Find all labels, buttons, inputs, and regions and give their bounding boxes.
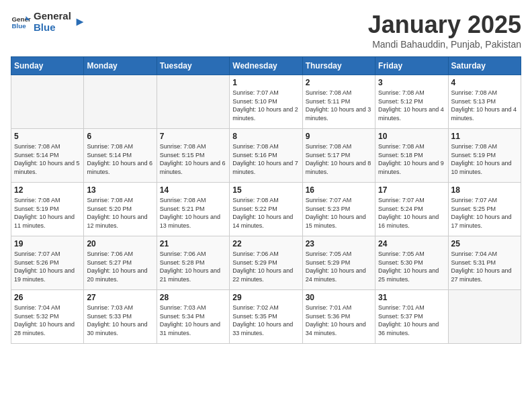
day-info: Sunrise: 7:08 AMSunset: 5:20 PMDaylight:…	[87, 196, 153, 230]
calendar-cell: 4Sunrise: 7:08 AMSunset: 5:13 PMDaylight…	[448, 75, 521, 129]
day-info: Sunrise: 7:02 AMSunset: 5:35 PMDaylight:…	[232, 304, 299, 337]
day-number: 9	[306, 132, 372, 141]
calendar-cell: 6Sunrise: 7:08 AMSunset: 5:14 PMDaylight…	[84, 129, 157, 183]
calendar-cell: 3Sunrise: 7:08 AMSunset: 5:12 PMDaylight…	[375, 75, 448, 129]
logo-text-blue: Blue	[34, 22, 71, 34]
calendar-cell: 12Sunrise: 7:08 AMSunset: 5:19 PMDayligh…	[11, 183, 84, 236]
calendar-cell: 2Sunrise: 7:08 AMSunset: 5:11 PMDaylight…	[302, 75, 375, 129]
month-title: January 2025	[368, 11, 521, 39]
logo-arrow-icon	[74, 16, 86, 28]
calendar-cell: 25Sunrise: 7:04 AMSunset: 5:31 PMDayligh…	[448, 236, 521, 290]
day-info: Sunrise: 7:03 AMSunset: 5:33 PMDaylight:…	[87, 304, 153, 337]
day-info: Sunrise: 7:08 AMSunset: 5:18 PMDaylight:…	[378, 142, 445, 176]
day-info: Sunrise: 7:08 AMSunset: 5:14 PMDaylight:…	[87, 142, 153, 176]
week-row-2: 5Sunrise: 7:08 AMSunset: 5:14 PMDaylight…	[11, 129, 521, 183]
calendar-cell: 18Sunrise: 7:07 AMSunset: 5:25 PMDayligh…	[448, 183, 521, 236]
day-number: 28	[160, 293, 226, 302]
weekday-header-wednesday: Wednesday	[230, 57, 302, 75]
weekday-header-sunday: Sunday	[11, 57, 84, 75]
day-number: 6	[87, 132, 153, 141]
subtitle: Mandi Bahauddin, Punjab, Pakistan	[368, 39, 521, 50]
day-number: 7	[160, 132, 226, 141]
calendar-cell: 7Sunrise: 7:08 AMSunset: 5:15 PMDaylight…	[157, 129, 229, 183]
day-info: Sunrise: 7:06 AMSunset: 5:28 PMDaylight:…	[160, 250, 226, 283]
day-info: Sunrise: 7:04 AMSunset: 5:32 PMDaylight:…	[14, 304, 81, 337]
day-number: 29	[232, 293, 299, 302]
calendar-cell: 15Sunrise: 7:08 AMSunset: 5:22 PMDayligh…	[230, 183, 302, 236]
calendar-cell: 1Sunrise: 7:07 AMSunset: 5:10 PMDaylight…	[230, 75, 302, 129]
calendar-cell: 16Sunrise: 7:07 AMSunset: 5:23 PMDayligh…	[302, 183, 375, 236]
svg-text:Blue: Blue	[12, 22, 27, 30]
day-info: Sunrise: 7:01 AMSunset: 5:37 PMDaylight:…	[378, 304, 445, 337]
calendar-cell: 17Sunrise: 7:07 AMSunset: 5:24 PMDayligh…	[375, 183, 448, 236]
day-number: 22	[232, 239, 299, 248]
calendar-cell: 27Sunrise: 7:03 AMSunset: 5:33 PMDayligh…	[84, 290, 157, 344]
header: General Blue General Blue January 2025 M…	[11, 11, 521, 50]
day-number: 4	[451, 78, 518, 87]
logo: General Blue General Blue	[11, 11, 86, 33]
day-number: 27	[87, 293, 153, 302]
weekday-header-friday: Friday	[375, 57, 448, 75]
week-row-4: 19Sunrise: 7:07 AMSunset: 5:26 PMDayligh…	[11, 236, 521, 290]
calendar-cell: 24Sunrise: 7:05 AMSunset: 5:30 PMDayligh…	[375, 236, 448, 290]
week-row-5: 26Sunrise: 7:04 AMSunset: 5:32 PMDayligh…	[11, 290, 521, 344]
day-info: Sunrise: 7:08 AMSunset: 5:13 PMDaylight:…	[451, 89, 518, 122]
day-number: 3	[378, 78, 445, 87]
day-info: Sunrise: 7:08 AMSunset: 5:19 PMDaylight:…	[14, 196, 81, 230]
calendar-table: SundayMondayTuesdayWednesdayThursdayFrid…	[11, 56, 521, 344]
calendar-cell: 31Sunrise: 7:01 AMSunset: 5:37 PMDayligh…	[375, 290, 448, 344]
day-number: 21	[160, 239, 226, 248]
day-info: Sunrise: 7:08 AMSunset: 5:11 PMDaylight:…	[306, 89, 372, 122]
day-info: Sunrise: 7:08 AMSunset: 5:19 PMDaylight:…	[451, 142, 518, 176]
weekday-header-thursday: Thursday	[302, 57, 375, 75]
calendar-cell: 30Sunrise: 7:01 AMSunset: 5:36 PMDayligh…	[302, 290, 375, 344]
day-number: 31	[378, 293, 445, 302]
week-row-1: 1Sunrise: 7:07 AMSunset: 5:10 PMDaylight…	[11, 75, 521, 129]
day-info: Sunrise: 7:08 AMSunset: 5:21 PMDaylight:…	[160, 196, 226, 230]
day-info: Sunrise: 7:08 AMSunset: 5:22 PMDaylight:…	[232, 196, 299, 230]
calendar-cell: 28Sunrise: 7:03 AMSunset: 5:34 PMDayligh…	[157, 290, 229, 344]
day-number: 1	[232, 78, 299, 87]
calendar-cell: 14Sunrise: 7:08 AMSunset: 5:21 PMDayligh…	[157, 183, 229, 236]
day-info: Sunrise: 7:07 AMSunset: 5:24 PMDaylight:…	[378, 196, 445, 230]
weekday-header-monday: Monday	[84, 57, 157, 75]
calendar-cell: 21Sunrise: 7:06 AMSunset: 5:28 PMDayligh…	[157, 236, 229, 290]
day-info: Sunrise: 7:04 AMSunset: 5:31 PMDaylight:…	[451, 250, 518, 283]
calendar-cell: 23Sunrise: 7:05 AMSunset: 5:29 PMDayligh…	[302, 236, 375, 290]
calendar-cell: 13Sunrise: 7:08 AMSunset: 5:20 PMDayligh…	[84, 183, 157, 236]
day-info: Sunrise: 7:05 AMSunset: 5:30 PMDaylight:…	[378, 250, 445, 283]
calendar-cell: 19Sunrise: 7:07 AMSunset: 5:26 PMDayligh…	[11, 236, 84, 290]
day-number: 30	[306, 293, 372, 302]
calendar-cell: 26Sunrise: 7:04 AMSunset: 5:32 PMDayligh…	[11, 290, 84, 344]
day-info: Sunrise: 7:08 AMSunset: 5:14 PMDaylight:…	[14, 142, 81, 176]
day-number: 25	[451, 239, 518, 248]
calendar-cell: 29Sunrise: 7:02 AMSunset: 5:35 PMDayligh…	[230, 290, 302, 344]
calendar-cell: 10Sunrise: 7:08 AMSunset: 5:18 PMDayligh…	[375, 129, 448, 183]
day-number: 8	[232, 132, 299, 141]
day-number: 10	[378, 132, 445, 141]
day-number: 5	[14, 132, 81, 141]
day-info: Sunrise: 7:05 AMSunset: 5:29 PMDaylight:…	[306, 250, 372, 283]
day-number: 24	[378, 239, 445, 248]
calendar-cell	[84, 75, 157, 129]
week-row-3: 12Sunrise: 7:08 AMSunset: 5:19 PMDayligh…	[11, 183, 521, 236]
day-info: Sunrise: 7:08 AMSunset: 5:12 PMDaylight:…	[378, 89, 445, 122]
day-info: Sunrise: 7:06 AMSunset: 5:29 PMDaylight:…	[232, 250, 299, 283]
day-number: 26	[14, 293, 81, 302]
day-number: 20	[87, 239, 153, 248]
calendar-cell: 8Sunrise: 7:08 AMSunset: 5:16 PMDaylight…	[230, 129, 302, 183]
day-info: Sunrise: 7:01 AMSunset: 5:36 PMDaylight:…	[306, 304, 372, 337]
logo-icon: General Blue	[11, 12, 31, 32]
day-number: 16	[306, 185, 372, 195]
weekday-header-tuesday: Tuesday	[157, 57, 229, 75]
day-number: 13	[87, 185, 153, 195]
day-number: 12	[14, 185, 81, 195]
weekday-header-saturday: Saturday	[448, 57, 521, 75]
day-info: Sunrise: 7:08 AMSunset: 5:17 PMDaylight:…	[306, 142, 372, 176]
day-info: Sunrise: 7:06 AMSunset: 5:27 PMDaylight:…	[87, 250, 153, 283]
day-number: 17	[378, 185, 445, 195]
calendar-cell: 22Sunrise: 7:06 AMSunset: 5:29 PMDayligh…	[230, 236, 302, 290]
calendar-cell	[157, 75, 229, 129]
day-info: Sunrise: 7:07 AMSunset: 5:23 PMDaylight:…	[306, 196, 372, 230]
calendar-cell: 11Sunrise: 7:08 AMSunset: 5:19 PMDayligh…	[448, 129, 521, 183]
